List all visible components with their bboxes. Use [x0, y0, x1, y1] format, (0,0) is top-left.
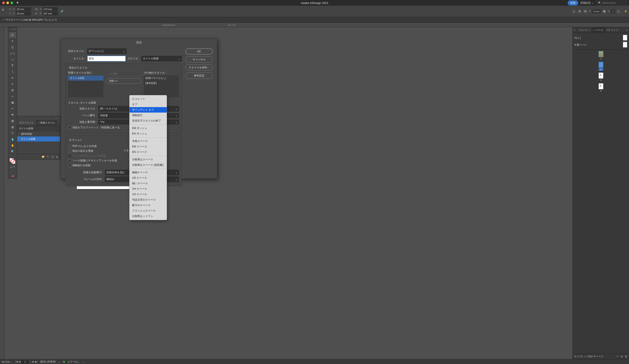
stepper-icon[interactable]: ⇅	[40, 12, 42, 15]
list-item[interactable]: [基本段落]	[144, 81, 179, 86]
page-thumb-3[interactable]: A 3	[599, 73, 603, 82]
fill-stroke-swatch[interactable]	[10, 158, 15, 164]
style-item-basic[interactable]: [基本段落]	[17, 131, 60, 136]
w-input[interactable]: 170 mm	[42, 7, 58, 11]
minimize-window-icon[interactable]	[6, 1, 9, 4]
master-a-row[interactable]: A-親ページ	[574, 41, 627, 48]
save-style-button[interactable]: スタイルを保存...	[185, 64, 213, 71]
title-input[interactable]: 目次	[87, 56, 126, 62]
type-tool[interactable]: T	[9, 63, 16, 69]
master-none-row[interactable]: [なし]	[574, 34, 627, 41]
other-styles-list[interactable]: [段落スタイルなし] [基本段落]	[144, 76, 179, 98]
line-tool[interactable]: ╲	[9, 69, 16, 75]
menu-item[interactable]: 句読点等のスペース	[130, 197, 167, 203]
menu-item[interactable]: EM スペース	[130, 144, 167, 149]
menu-item[interactable]: 1/3 スペース	[130, 192, 167, 197]
stepper-icon[interactable]: ⇅	[13, 12, 15, 15]
chevron-down-icon[interactable]: ⌄	[29, 360, 31, 363]
menu-item[interactable]: 1/4 スペース	[130, 186, 167, 192]
current-page-input[interactable]: 2	[21, 360, 29, 364]
stepper-icon[interactable]: ⇅	[608, 10, 610, 13]
panel-menu-icon[interactable]: «	[58, 117, 59, 119]
view-mode-icon[interactable]: ◪	[9, 173, 16, 178]
menu-item-highlighted[interactable]: 右インデント タブ	[130, 107, 167, 113]
options-icon[interactable]: ≡	[616, 9, 621, 13]
menu-item[interactable]: タブ	[130, 102, 167, 107]
tab-character-styles[interactable]: 文字スタイル	[17, 120, 36, 125]
preflight-profile[interactable]: [基本] (作業用)	[40, 360, 56, 363]
style-item-title[interactable]: タイトル段落	[17, 136, 60, 141]
page-number-input[interactable]: 1	[611, 9, 615, 13]
table-tool[interactable]: ▦	[9, 100, 16, 105]
menu-item[interactable]: 極細スペース	[130, 170, 167, 175]
menu-item[interactable]: 1/6 スペース	[130, 175, 167, 181]
stepper-icon[interactable]: ⇅	[13, 8, 15, 10]
content-collector-tool[interactable]: ▭	[9, 57, 16, 62]
page-tool[interactable]	[9, 44, 16, 50]
tab-cc-libraries[interactable]: CC ライブ	[605, 27, 620, 33]
panel-menu-icon[interactable]: ≡	[625, 27, 629, 33]
source-anchor-checkbox[interactable]	[68, 159, 71, 162]
rectangle-tool[interactable]: ▭	[9, 94, 16, 99]
document-tab[interactable]: × *マスターページ.indd @ 43% [GPU プレビュー]	[0, 17, 59, 22]
adobe-stock-search[interactable]: 🔍 Adobe Stock	[596, 1, 627, 5]
folder-icon[interactable]: 📁	[42, 155, 45, 158]
gradient-feather-tool[interactable]: ▧	[9, 124, 16, 130]
gap-tool[interactable]: |↔|	[9, 51, 16, 56]
panel-menu-icon[interactable]: »	[15, 28, 16, 30]
edit-page-icon[interactable]: ✎	[617, 355, 619, 358]
menu-item[interactable]: 先頭文字スタイルの終了	[130, 118, 167, 123]
preflight-errors-label[interactable]: エラーなし	[67, 360, 80, 363]
remove-style-button[interactable]: 削除 >>	[106, 78, 141, 84]
basic-settings-button[interactable]: 基本設定	[185, 73, 213, 79]
trash-icon[interactable]: 🗑	[56, 155, 58, 158]
free-transform-tool[interactable]: ✥	[9, 112, 16, 118]
alpha-sort-checkbox[interactable]	[68, 126, 71, 129]
chevron-down-icon[interactable]: ⌄	[82, 360, 84, 363]
x-input[interactable]: 20 mm	[16, 7, 31, 11]
workspace-preset-dropdown[interactable]: 初期設定 ⌄	[580, 1, 594, 5]
direct-selection-tool[interactable]	[9, 38, 16, 44]
menu-item[interactable]: 分散禁止スペース	[130, 157, 167, 162]
include-styles-list[interactable]: タイトル段落	[68, 76, 103, 98]
align-icon[interactable]: ≣	[577, 9, 582, 13]
tab-pages[interactable]: ○ ページ	[592, 27, 605, 33]
toc-style-dropdown[interactable]: [デフォルト]⌄	[87, 48, 127, 54]
close-panel-icon[interactable]: ×	[573, 27, 577, 33]
list-item[interactable]: [段落スタイルなし]	[144, 76, 179, 81]
menu-item[interactable]: 強制改行	[130, 113, 167, 118]
tab-properties[interactable]: プロパティ	[577, 27, 592, 33]
list-item[interactable]: タイトル段落	[68, 76, 103, 81]
gradient-swatch-tool[interactable]: ▨	[9, 118, 16, 124]
ok-button[interactable]: OK	[185, 48, 213, 55]
cancel-button[interactable]: キャンセル	[185, 56, 213, 63]
y-input[interactable]: 20 mm	[16, 12, 31, 15]
pen-tool[interactable]: ✒	[9, 75, 16, 81]
close-window-icon[interactable]	[2, 1, 5, 4]
home-icon[interactable]	[16, 1, 19, 4]
menu-item[interactable]: ビュレット	[130, 96, 167, 102]
trash-icon[interactable]: 🗑	[625, 355, 627, 358]
remove-forced-break-checkbox[interactable]	[68, 164, 71, 167]
close-panel-icon[interactable]: ×	[55, 117, 57, 119]
clear-overrides-icon[interactable]: ¶⁺	[47, 155, 49, 158]
tab-paragraph-styles[interactable]: ○ 段落スタイル	[36, 120, 57, 125]
maximize-window-icon[interactable]	[10, 1, 13, 4]
new-style-icon[interactable]: ⊞	[52, 155, 54, 158]
stroke-weight-input[interactable]: 5 mm	[592, 9, 601, 13]
menu-item[interactable]: EN スペース	[130, 149, 167, 155]
page-thumb-2[interactable]: 2	[599, 62, 603, 71]
share-button[interactable]: 共有	[568, 0, 578, 5]
page-thumb-1[interactable]: 1	[599, 51, 603, 60]
pencil-tool[interactable]: ✎	[9, 81, 16, 87]
close-panel-icon[interactable]: ×	[12, 28, 14, 31]
formatting-container-icon[interactable]: ▭ T	[9, 164, 16, 170]
hand-tool[interactable]: ✋	[9, 142, 16, 148]
eyedropper-tool[interactable]: 💧	[9, 136, 16, 142]
menu-item[interactable]: 分散禁止スペース (固定幅)	[130, 162, 167, 168]
quick-apply-icon[interactable]: ⚡	[624, 10, 627, 13]
close-tab-icon[interactable]: ×	[2, 19, 3, 21]
note-tool[interactable]: 🗨	[9, 130, 16, 136]
stepper-icon[interactable]: ⇅	[40, 8, 42, 10]
scissors-tool[interactable]: ✂	[9, 106, 16, 112]
